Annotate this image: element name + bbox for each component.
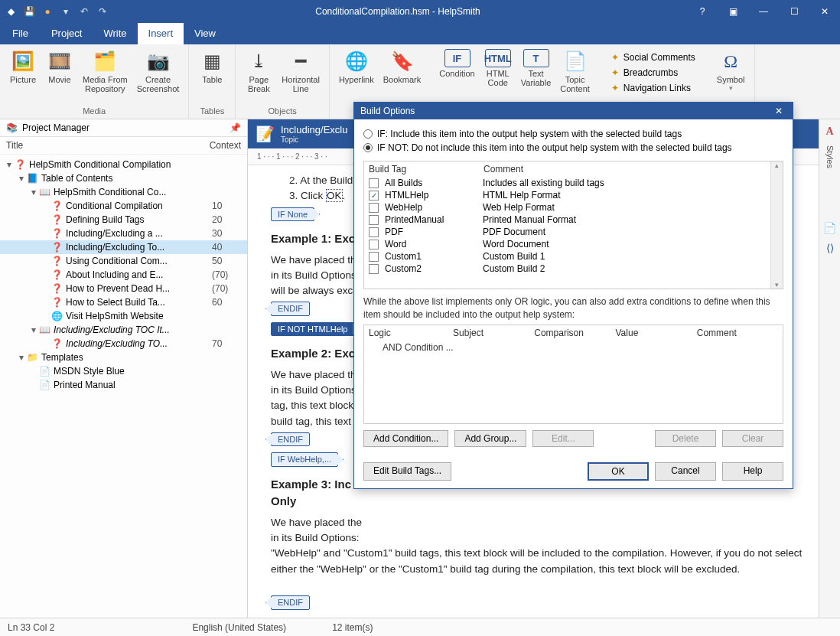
tab-project[interactable]: Project <box>41 23 93 44</box>
expand-icon[interactable]: ▾ <box>29 325 38 335</box>
checkbox-icon[interactable] <box>369 203 379 213</box>
edit-build-tags-button[interactable]: Edit Build Tags... <box>363 462 451 481</box>
tree-item[interactable]: ▾📖HelpSmith Conditional Co... <box>0 185 247 199</box>
ribbon-html-code[interactable]: HTMLHTML Code <box>480 47 516 105</box>
ok-button[interactable]: OK <box>588 462 649 481</box>
tree-item[interactable]: ❓Conditional Compilation10 <box>0 199 247 213</box>
ribbon-bookmark[interactable]: 🔖Bookmark <box>379 47 426 105</box>
build-tag-row[interactable]: All BuildsIncludes all existing build ta… <box>364 177 770 189</box>
ribbon-table[interactable]: ▦Table <box>194 47 230 105</box>
condition-row[interactable]: AND Condition ... <box>364 341 783 354</box>
dialog-close-icon[interactable]: ✕ <box>771 106 786 116</box>
help-icon[interactable]: ? <box>687 0 718 23</box>
build-tag-row[interactable]: WordWord Document <box>364 238 770 250</box>
condition-tag-endif[interactable]: ENDIF <box>271 432 310 447</box>
tree-item[interactable]: ▾📁Templates <box>0 351 247 364</box>
tree-item[interactable]: ▾📖Including/Excluding TOC It... <box>0 323 247 337</box>
radio-if[interactable]: IF: Include this item into the output he… <box>363 127 783 141</box>
tree-item[interactable]: ❓About Including and E...(70) <box>0 268 247 282</box>
undo-icon[interactable]: ↶ <box>78 5 90 18</box>
checkbox-icon[interactable] <box>369 227 379 237</box>
back-icon[interactable]: ● <box>41 5 54 18</box>
panel-icon-1[interactable]: 📄 <box>823 222 836 234</box>
ribbon-topic-content[interactable]: 📄Topic Content <box>555 47 594 105</box>
minimize-icon[interactable]: — <box>748 0 779 23</box>
tab-file[interactable]: File <box>0 23 41 44</box>
close-icon[interactable]: ✕ <box>809 0 840 23</box>
expand-icon[interactable]: ▾ <box>17 352 26 363</box>
condition-tag-if-none[interactable]: IF None <box>271 207 314 222</box>
build-tag-row[interactable]: PrintedManualPrinted Manual Format <box>364 214 770 226</box>
ribbon-breadcrumbs[interactable]: ✦Breadcrumbs <box>608 66 698 80</box>
checkbox-icon[interactable] <box>369 215 379 225</box>
add-condition-button[interactable]: Add Condition... <box>363 430 448 447</box>
save-icon[interactable]: 💾 <box>23 5 35 18</box>
tree-item[interactable]: ▾📘Table of Contents <box>0 171 247 185</box>
pin-icon[interactable]: 📌 <box>230 122 241 133</box>
ribbon-navigation-links[interactable]: ✦Navigation Links <box>608 81 698 95</box>
build-tag-row[interactable]: Custom1Custom Build 1 <box>364 250 770 263</box>
ribbon-picture[interactable]: 🖼️Picture <box>5 47 41 105</box>
panel-icon-2[interactable]: ⟨⟩ <box>826 242 834 254</box>
checkbox-icon[interactable] <box>369 178 379 188</box>
cancel-button[interactable]: Cancel <box>655 462 716 481</box>
tree-item[interactable]: ▾❓HelpSmith Conditional Compilation <box>0 158 247 171</box>
redo-icon[interactable]: ↷ <box>96 5 109 18</box>
ribbon-social-comments[interactable]: ✦Social Comments <box>608 51 698 64</box>
ribbon-media-from-repository[interactable]: 🗂️Media From Repository <box>78 47 132 105</box>
tab-write[interactable]: Write <box>93 23 137 44</box>
radio-ifnot[interactable]: IF NOT: Do not include this item into th… <box>363 141 783 155</box>
checkbox-icon[interactable] <box>369 252 379 262</box>
build-tag-row[interactable]: WebHelpWeb Help Format <box>364 201 770 214</box>
condition-tag-ifnot-htmlhelp[interactable]: IF NOT HTMLHelp <box>271 322 354 337</box>
tree-item[interactable]: 📄MSDN Style Blue <box>0 364 247 378</box>
ribbon-horizontal-line[interactable]: ━Horizontal Line <box>277 47 324 105</box>
maximize-icon[interactable]: ☐ <box>779 0 809 23</box>
checkbox-icon[interactable]: ✓ <box>369 191 379 201</box>
build-tag-row[interactable]: ✓HTMLHelpHTML Help Format <box>364 189 770 201</box>
scrollbar[interactable] <box>770 161 783 289</box>
condition-tag-endif[interactable]: ENDIF <box>271 595 310 610</box>
ribbon-toggle-icon[interactable]: ▣ <box>718 0 748 23</box>
conditions-grid[interactable]: Logic Subject Comparison Value Comment A… <box>363 325 783 424</box>
expand-icon[interactable]: ▾ <box>29 187 38 197</box>
tree-item[interactable]: ❓Using Conditional Com...50 <box>0 254 247 268</box>
add-group-button[interactable]: Add Group... <box>454 430 526 447</box>
expand-icon[interactable]: ▾ <box>17 173 26 184</box>
tree-item[interactable]: 📄Printed Manual <box>0 378 247 392</box>
condition-tag-endif[interactable]: ENDIF <box>271 302 310 316</box>
tree-item[interactable]: ❓Defining Build Tags20 <box>0 213 247 227</box>
checkbox-icon[interactable] <box>369 264 379 274</box>
ribbon-create-screenshot[interactable]: 📷Create Screenshot <box>132 47 184 105</box>
tab-insert[interactable]: Insert <box>138 23 184 44</box>
tree-item[interactable]: ❓Including/Excluding TO...70 <box>0 337 247 351</box>
delete-button[interactable]: Delete <box>655 430 716 447</box>
project-tree[interactable]: ▾❓HelpSmith Conditional Compilation▾📘Tab… <box>0 155 247 618</box>
qat-dropdown-icon[interactable]: ▾ <box>60 5 72 18</box>
tree-item[interactable]: 🌐Visit HelpSmith Website <box>0 309 247 323</box>
ribbon-page-break[interactable]: ⤓Page Break <box>240 47 277 105</box>
tree-item[interactable]: ❓How to Select Build Ta...60 <box>0 295 247 309</box>
clear-button[interactable]: Clear <box>722 430 783 447</box>
status-language[interactable]: English (United States) <box>192 622 286 633</box>
help-button[interactable]: Help <box>722 462 783 481</box>
ribbon-condition[interactable]: IFCondition <box>435 47 479 105</box>
dialog-titlebar[interactable]: Build Options ✕ <box>354 103 793 119</box>
ribbon-symbol[interactable]: Ω Symbol ▾ <box>712 47 750 105</box>
condition-tag-if-webhelp[interactable]: IF WebHelp,... <box>271 452 338 467</box>
ribbon-text-variable[interactable]: TText Variable <box>516 47 556 105</box>
ribbon-movie[interactable]: 🎞️Movie <box>41 47 78 105</box>
ribbon-hyperlink[interactable]: 🌐Hyperlink <box>334 47 379 105</box>
tree-item[interactable]: ❓Including/Excluding To...40 <box>0 240 247 254</box>
expand-icon[interactable]: ▾ <box>5 159 14 170</box>
styles-icon[interactable]: A <box>825 126 833 138</box>
tree-item[interactable]: ❓How to Prevent Dead H...(70) <box>0 282 247 295</box>
build-tag-row[interactable]: Custom2Custom Build 2 <box>364 263 770 275</box>
edit-button[interactable]: Edit... <box>532 430 594 447</box>
tree-item[interactable]: ❓Including/Excluding a ...30 <box>0 227 247 240</box>
tab-view[interactable]: View <box>184 23 226 44</box>
build-tag-row[interactable]: PDFPDF Document <box>364 226 770 238</box>
styles-label[interactable]: Styles <box>825 145 835 168</box>
checkbox-icon[interactable] <box>369 240 379 250</box>
build-tags-grid[interactable]: Build Tag Comment All BuildsIncludes all… <box>363 161 783 289</box>
